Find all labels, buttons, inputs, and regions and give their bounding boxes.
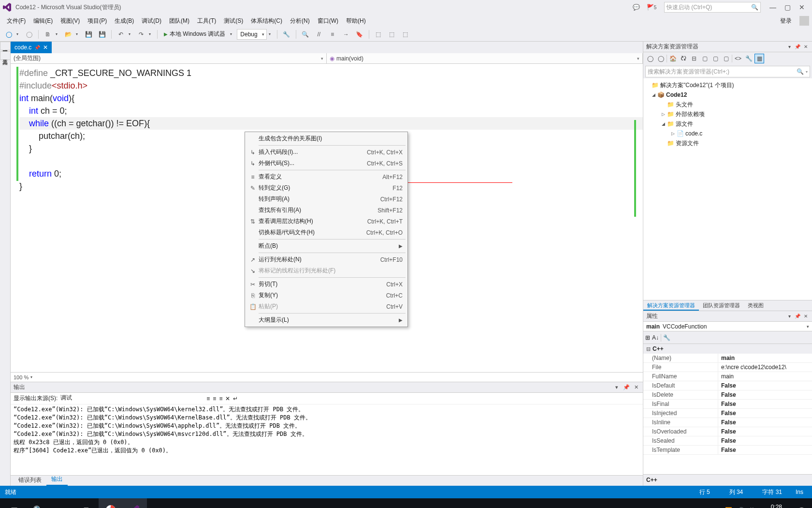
ctx-item[interactable]: ↳外侧代码(S)...Ctrl+K, Ctrl+S — [245, 158, 407, 169]
se-wrench-icon[interactable]: 🔧 — [744, 54, 754, 63]
ctx-item[interactable]: 📋粘贴(P)Ctrl+V — [245, 301, 407, 312]
ctx-item[interactable]: 切换标题/代码文件(H)Ctrl+K, Ctrl+O — [245, 227, 407, 238]
zoom-indicator[interactable]: 100 % ▾ — [11, 372, 643, 382]
ctx-item[interactable]: 大纲显示(L)▶ — [245, 314, 407, 326]
undo-button[interactable]: ↶ — [115, 29, 127, 40]
menu-view[interactable]: 视图(V) — [57, 15, 84, 27]
start-button[interactable]: ⊞ — [2, 498, 26, 508]
output-close-icon[interactable]: ✕ — [632, 384, 640, 390]
output-tab[interactable]: 输出 — [46, 474, 68, 486]
task-view-button[interactable]: ⧉ — [74, 498, 99, 508]
se-back-icon[interactable]: ◯ — [645, 54, 655, 63]
se-close-icon[interactable]: ✕ — [802, 44, 809, 49]
se-btn5[interactable]: ▢ — [710, 54, 720, 63]
out-btn2[interactable]: ≡ — [213, 395, 216, 402]
se-props-icon[interactable]: <> — [733, 54, 743, 63]
search-button[interactable]: 🔍 — [26, 498, 50, 508]
output-source-select[interactable]: 调试 — [60, 394, 201, 403]
redo-button[interactable]: ↷ — [135, 29, 147, 40]
ctx-item[interactable]: 生成包含文件的关系图(I) — [245, 133, 407, 144]
flag-notification-icon[interactable]: 🚩5 — [647, 2, 656, 12]
menu-window[interactable]: 窗口(W) — [314, 15, 342, 27]
menu-team[interactable]: 团队(M) — [165, 15, 193, 27]
chrome-taskbar-icon[interactable] — [99, 498, 123, 508]
props-dropdown-icon[interactable]: ▾ — [786, 314, 793, 319]
avatar-icon[interactable] — [799, 16, 809, 26]
ctx-item[interactable]: ↗运行到光标处(N)Ctrl+F10 — [245, 254, 407, 265]
properties-grid[interactable]: C++ (Name)mainFilee:\ncre c\code12\code1… — [643, 344, 812, 474]
server-explorer-tab[interactable]: 服务器资源管理器 — [0, 42, 10, 50]
error-list-tab[interactable]: 错误列表 — [14, 475, 46, 486]
ctx-item[interactable]: ✎转到定义(G)F12 — [245, 182, 407, 194]
se-fwd-icon[interactable]: ◯ — [656, 54, 666, 63]
se-btn6[interactable]: ▢ — [721, 54, 731, 63]
vs-taskbar-icon[interactable] — [123, 498, 147, 508]
soln-tab-team[interactable]: 团队资源管理器 — [699, 300, 744, 311]
se-collapse-icon[interactable]: ⊟ — [689, 54, 699, 63]
out-clear-button[interactable]: ✕ — [225, 395, 230, 402]
toolbox-tab[interactable]: 工具箱 — [0, 51, 10, 60]
maximize-button[interactable]: ▢ — [780, 3, 795, 11]
doc-tab-codec[interactable]: code.c 📌 ✕ — [11, 42, 52, 53]
comment-button[interactable]: // — [313, 29, 325, 40]
uncomment-button[interactable]: ≡ — [327, 29, 338, 40]
quick-launch-input[interactable]: 快速启动 (Ctrl+Q)🔍 — [664, 2, 761, 13]
nav-back-button[interactable]: ◯ — [3, 29, 14, 40]
se-refresh-icon[interactable]: 🗘 — [679, 54, 688, 63]
menu-analyze[interactable]: 分析(N) — [286, 15, 314, 27]
nav-fwd-button[interactable]: ◯ — [23, 29, 35, 40]
se-dropdown-icon[interactable]: ▾ — [786, 44, 793, 49]
se-showall-icon[interactable]: ▦ — [754, 54, 764, 63]
solution-search-input[interactable]: 搜索解决方案资源管理器(Ctrl+;)🔍▾ — [645, 66, 810, 77]
save-button[interactable]: 💾 — [83, 29, 94, 40]
save-all-button[interactable]: 💾 — [96, 29, 108, 40]
find-button[interactable]: 🔍 — [300, 29, 311, 40]
indent-button[interactable]: → — [340, 29, 352, 40]
system-tray[interactable]: ^ 📶 🔊 英 0:282023/7/21 💬 — [712, 504, 810, 508]
menu-tools[interactable]: 工具(T) — [193, 15, 220, 27]
ctx-item[interactable]: ↳插入代码段(I)...Ctrl+K, Ctrl+X — [245, 147, 407, 158]
menu-test[interactable]: 测试(S) — [220, 15, 247, 27]
menu-debug[interactable]: 调试(D) — [138, 15, 165, 27]
tray-ime[interactable]: 英 — [749, 507, 755, 508]
menu-project[interactable]: 项目(P) — [84, 15, 111, 27]
props-pin-icon[interactable]: 📌 — [794, 314, 801, 319]
open-file-button[interactable]: 📂 — [62, 29, 74, 40]
soln-tab-explorer[interactable]: 解决方案资源管理器 — [643, 300, 699, 311]
pin-icon[interactable]: 📌 — [34, 45, 40, 50]
output-dropdown-icon[interactable]: ▾ — [613, 384, 621, 390]
menu-arch[interactable]: 体系结构(C) — [247, 15, 286, 27]
feedback-icon[interactable]: 💬 — [631, 2, 641, 12]
props-close-icon[interactable]: ✕ — [802, 314, 809, 319]
ctx-item[interactable]: 断点(B)▶ — [245, 240, 407, 252]
output-pin-icon[interactable]: 📌 — [623, 384, 630, 390]
misc3-button[interactable]: ⬚ — [400, 29, 411, 40]
close-button[interactable]: ✕ — [795, 3, 809, 11]
soln-tab-class[interactable]: 类视图 — [744, 300, 768, 311]
se-btn4[interactable]: ▢ — [700, 54, 710, 63]
out-btn3[interactable]: ≡ — [219, 395, 222, 402]
member-selector[interactable]: ◉main(void) — [327, 53, 643, 63]
cortana-button[interactable]: ○ — [50, 498, 74, 508]
ctx-item[interactable]: 查找所有引用(A)Shift+F12 — [245, 205, 407, 216]
menu-help[interactable]: 帮助(H) — [342, 15, 370, 27]
props-cat-icon[interactable]: ⊞ — [645, 334, 650, 341]
sign-in-link[interactable]: 登录 — [776, 15, 796, 27]
menu-build[interactable]: 生成(B) — [111, 15, 138, 27]
ctx-item[interactable]: ⇅查看调用层次结构(H)Ctrl+K, Ctrl+T — [245, 216, 407, 227]
ctx-item[interactable]: ⎘复制(Y)Ctrl+C — [245, 290, 407, 301]
props-events-icon[interactable]: 🔧 — [663, 334, 670, 341]
config-selector[interactable]: Debug — [237, 29, 266, 40]
ctx-item[interactable]: ↘将标记的线程运行到光标处(F) — [245, 265, 407, 276]
ctx-item[interactable]: ≡查看定义Alt+F12 — [245, 171, 407, 182]
ctx-item[interactable]: 转到声明(A)Ctrl+F12 — [245, 194, 407, 205]
misc2-button[interactable]: ⬚ — [386, 29, 398, 40]
tab-close-icon[interactable]: ✕ — [43, 44, 48, 51]
out-wrap-button[interactable]: ↵ — [233, 395, 238, 402]
new-project-button[interactable]: 🗎 — [42, 29, 54, 40]
solution-tree[interactable]: 📁解决方案"Code12"(1 个项目) ◢📦Code12 📁头文件 ▷📁外部依… — [643, 78, 812, 300]
scope-selector[interactable]: (全局范围) — [11, 53, 327, 63]
process-button[interactable]: 🔧 — [281, 29, 292, 40]
start-debug-button[interactable]: 本地 Windows 调试器 — [161, 30, 228, 38]
minimize-button[interactable]: — — [766, 3, 780, 11]
